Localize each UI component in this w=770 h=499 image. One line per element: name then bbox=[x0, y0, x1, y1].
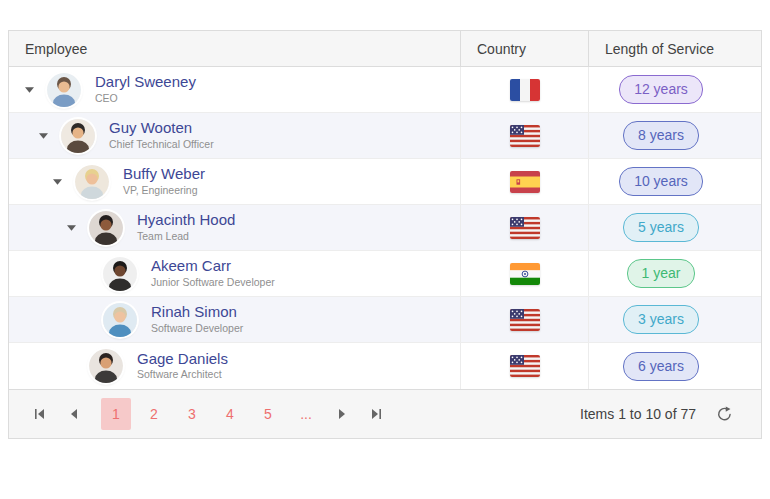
avatar bbox=[89, 211, 123, 245]
pager: 12345... Items 1 to 10 of 77 bbox=[9, 389, 761, 438]
employee-title: Software Architect bbox=[137, 369, 228, 381]
employee-text: Buffy Weber VP, Engineering bbox=[123, 166, 205, 196]
employee-title: Chief Technical Officer bbox=[109, 139, 214, 151]
country-cell bbox=[460, 159, 588, 204]
avatar bbox=[103, 257, 137, 291]
service-badge: 10 years bbox=[619, 167, 703, 196]
table-row[interactable]: Hyacinth Hood Team Lead 5 years bbox=[9, 205, 761, 251]
flag-usa-icon bbox=[510, 309, 540, 331]
table-row[interactable]: Rinah Simon Software Developer 3 years bbox=[9, 297, 761, 343]
last-page-icon bbox=[370, 408, 382, 420]
next-page-icon bbox=[336, 408, 348, 420]
service-badge: 12 years bbox=[619, 75, 703, 104]
refresh-icon bbox=[716, 406, 733, 423]
country-cell bbox=[460, 297, 588, 342]
employee-cell: Buffy Weber VP, Engineering bbox=[9, 159, 460, 204]
flag-spain-icon bbox=[510, 171, 540, 193]
employee-text: Gage Daniels Software Architect bbox=[137, 351, 228, 381]
employee-name: Gage Daniels bbox=[137, 351, 228, 368]
employee-name: Daryl Sweeney bbox=[95, 74, 196, 91]
service-cell: 12 years bbox=[588, 67, 761, 112]
employee-name: Akeem Carr bbox=[151, 258, 275, 275]
flag-france-icon bbox=[510, 79, 540, 101]
expand-caret-icon bbox=[81, 271, 103, 277]
table-row[interactable]: Daryl Sweeney CEO 12 years bbox=[9, 67, 761, 113]
prev-page-button[interactable] bbox=[59, 399, 89, 429]
country-cell bbox=[460, 343, 588, 389]
page-number-list: 12345... bbox=[97, 398, 325, 430]
page-number-4[interactable]: 4 bbox=[215, 398, 245, 430]
table-row[interactable]: Buffy Weber VP, Engineering 10 years bbox=[9, 159, 761, 205]
service-cell: 5 years bbox=[588, 205, 761, 250]
table-body: Daryl Sweeney CEO 12 years bbox=[9, 67, 761, 389]
employee-title: Team Lead bbox=[137, 231, 235, 243]
flag-usa-icon bbox=[510, 125, 540, 147]
expand-caret-icon[interactable] bbox=[67, 225, 89, 231]
country-cell bbox=[460, 205, 588, 250]
service-badge: 1 year bbox=[627, 259, 696, 288]
first-page-button[interactable] bbox=[25, 399, 55, 429]
pager-info: Items 1 to 10 of 77 bbox=[580, 406, 696, 422]
service-cell: 10 years bbox=[588, 159, 761, 204]
employee-text: Akeem Carr Junior Software Developer bbox=[151, 258, 275, 288]
service-cell: 8 years bbox=[588, 113, 761, 158]
employee-name: Rinah Simon bbox=[151, 304, 243, 321]
page-overflow-button[interactable]: ... bbox=[291, 398, 321, 430]
pager-right: Items 1 to 10 of 77 bbox=[580, 406, 747, 423]
column-header-country: Country bbox=[460, 31, 588, 66]
service-badge: 5 years bbox=[623, 213, 699, 242]
expand-caret-icon[interactable] bbox=[39, 133, 61, 139]
employee-name: Guy Wooten bbox=[109, 120, 214, 137]
expand-caret-icon[interactable] bbox=[53, 179, 75, 185]
expand-caret-icon bbox=[67, 363, 89, 369]
employee-cell: Hyacinth Hood Team Lead bbox=[9, 205, 460, 250]
table-row[interactable]: Gage Daniels Software Architect 6 years bbox=[9, 343, 761, 389]
service-badge: 6 years bbox=[623, 352, 699, 381]
page-number-2[interactable]: 2 bbox=[139, 398, 169, 430]
first-page-icon bbox=[34, 408, 46, 420]
column-header-length-of-service: Length of Service bbox=[588, 31, 761, 66]
employee-text: Rinah Simon Software Developer bbox=[151, 304, 243, 334]
service-cell: 3 years bbox=[588, 297, 761, 342]
employee-cell: Guy Wooten Chief Technical Officer bbox=[9, 113, 460, 158]
flag-usa-icon bbox=[510, 217, 540, 239]
column-header-employee: Employee bbox=[9, 31, 460, 66]
employee-name: Buffy Weber bbox=[123, 166, 205, 183]
avatar bbox=[89, 349, 123, 383]
employee-cell: Gage Daniels Software Architect bbox=[9, 343, 460, 389]
avatar bbox=[47, 73, 81, 107]
employee-cell: Akeem Carr Junior Software Developer bbox=[9, 251, 460, 296]
employee-title: VP, Engineering bbox=[123, 185, 205, 197]
avatar bbox=[103, 303, 137, 337]
employee-text: Hyacinth Hood Team Lead bbox=[137, 212, 235, 242]
service-cell: 6 years bbox=[588, 343, 761, 389]
flag-usa-icon bbox=[510, 355, 540, 377]
country-cell bbox=[460, 67, 588, 112]
last-page-button[interactable] bbox=[361, 399, 391, 429]
employee-title: Junior Software Developer bbox=[151, 277, 275, 289]
table-row[interactable]: Guy Wooten Chief Technical Officer 8 yea… bbox=[9, 113, 761, 159]
table-row[interactable]: Akeem Carr Junior Software Developer 1 y… bbox=[9, 251, 761, 297]
refresh-button[interactable] bbox=[716, 406, 733, 423]
service-badge: 8 years bbox=[623, 121, 699, 150]
country-cell bbox=[460, 113, 588, 158]
employee-title: CEO bbox=[95, 93, 196, 105]
prev-page-icon bbox=[68, 408, 80, 420]
employee-cell: Daryl Sweeney CEO bbox=[9, 67, 460, 112]
page-number-5[interactable]: 5 bbox=[253, 398, 283, 430]
employee-name: Hyacinth Hood bbox=[137, 212, 235, 229]
employee-treelist: Employee Country Length of Service Daryl… bbox=[8, 30, 762, 439]
page-number-3[interactable]: 3 bbox=[177, 398, 207, 430]
expand-caret-icon bbox=[81, 317, 103, 323]
country-cell bbox=[460, 251, 588, 296]
expand-caret-icon[interactable] bbox=[25, 87, 47, 93]
next-page-button[interactable] bbox=[327, 399, 357, 429]
flag-india-icon bbox=[510, 263, 540, 285]
employee-text: Daryl Sweeney CEO bbox=[95, 74, 196, 104]
avatar bbox=[61, 119, 95, 153]
table-header: Employee Country Length of Service bbox=[9, 31, 761, 67]
page-number-1[interactable]: 1 bbox=[101, 398, 131, 430]
avatar bbox=[75, 165, 109, 199]
service-cell: 1 year bbox=[588, 251, 761, 296]
employee-text: Guy Wooten Chief Technical Officer bbox=[109, 120, 214, 150]
